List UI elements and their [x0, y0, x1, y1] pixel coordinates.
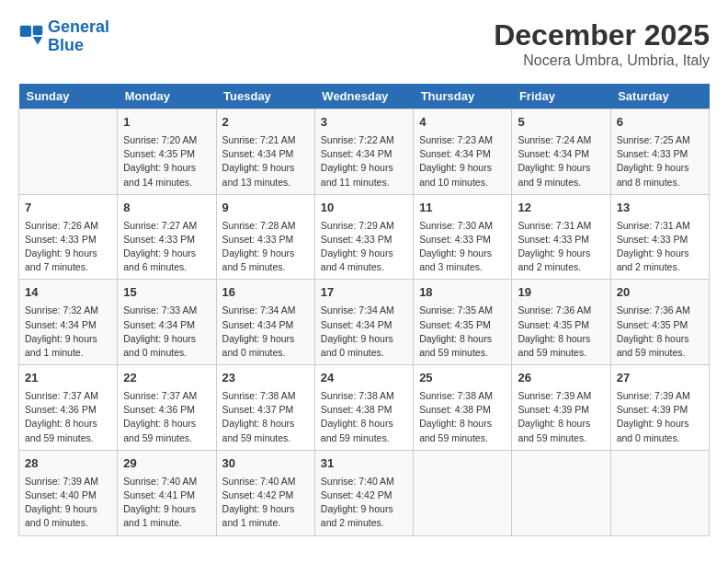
- day-cell: 5Sunrise: 7:24 AMSunset: 4:34 PMDaylight…: [512, 109, 610, 195]
- col-header-tuesday: Tuesday: [216, 84, 314, 109]
- logo-icon: [18, 24, 44, 50]
- day-cell: 30Sunrise: 7:40 AMSunset: 4:42 PMDayligh…: [216, 450, 314, 535]
- day-cell: 23Sunrise: 7:38 AMSunset: 4:37 PMDayligh…: [216, 365, 314, 451]
- day-info: Sunrise: 7:37 AMSunset: 4:36 PMDaylight:…: [123, 389, 210, 445]
- day-info: Sunrise: 7:38 AMSunset: 4:38 PMDaylight:…: [419, 389, 506, 445]
- day-info: Sunrise: 7:22 AMSunset: 4:34 PMDaylight:…: [321, 133, 407, 190]
- day-cell: 9Sunrise: 7:28 AMSunset: 4:33 PMDaylight…: [216, 194, 314, 280]
- day-cell: 8Sunrise: 7:27 AMSunset: 4:33 PMDaylight…: [118, 194, 216, 280]
- day-cell: 14Sunrise: 7:32 AMSunset: 4:34 PMDayligh…: [19, 280, 118, 365]
- day-number: 25: [419, 370, 506, 387]
- week-row-1: 1Sunrise: 7:20 AMSunset: 4:35 PMDaylight…: [19, 109, 710, 195]
- day-info: Sunrise: 7:31 AMSunset: 4:33 PMDaylight:…: [518, 219, 604, 275]
- day-cell: [610, 450, 709, 535]
- day-info: Sunrise: 7:32 AMSunset: 4:34 PMDaylight:…: [25, 304, 111, 360]
- col-header-saturday: Saturday: [610, 84, 709, 109]
- day-info: Sunrise: 7:39 AMSunset: 4:39 PMDaylight:…: [518, 389, 604, 445]
- day-number: 27: [617, 370, 703, 387]
- day-number: 8: [123, 200, 210, 217]
- day-info: Sunrise: 7:38 AMSunset: 4:38 PMDaylight:…: [321, 389, 407, 445]
- day-info: Sunrise: 7:34 AMSunset: 4:34 PMDaylight:…: [222, 304, 309, 360]
- day-number: 15: [123, 284, 210, 302]
- day-info: Sunrise: 7:38 AMSunset: 4:37 PMDaylight:…: [222, 389, 309, 445]
- day-cell: [512, 450, 610, 535]
- day-cell: 27Sunrise: 7:39 AMSunset: 4:39 PMDayligh…: [610, 365, 709, 451]
- day-info: Sunrise: 7:36 AMSunset: 4:35 PMDaylight:…: [518, 304, 604, 360]
- col-header-friday: Friday: [512, 84, 610, 109]
- logo-line1: General: [48, 17, 109, 36]
- col-header-thursday: Thursday: [414, 84, 512, 109]
- logo-line2: Blue: [48, 36, 84, 54]
- day-cell: 29Sunrise: 7:40 AMSunset: 4:41 PMDayligh…: [118, 450, 216, 535]
- day-cell: 2Sunrise: 7:21 AMSunset: 4:34 PMDaylight…: [216, 109, 314, 195]
- day-number: 29: [123, 455, 210, 473]
- day-number: 26: [518, 370, 604, 387]
- day-number: 11: [419, 200, 506, 217]
- day-cell: [414, 450, 512, 535]
- day-number: 19: [518, 284, 604, 302]
- day-cell: 11Sunrise: 7:30 AMSunset: 4:33 PMDayligh…: [414, 194, 512, 280]
- day-info: Sunrise: 7:24 AMSunset: 4:34 PMDaylight:…: [518, 133, 604, 190]
- week-row-2: 7Sunrise: 7:26 AMSunset: 4:33 PMDaylight…: [19, 194, 710, 280]
- day-info: Sunrise: 7:25 AMSunset: 4:33 PMDaylight:…: [617, 133, 703, 190]
- day-number: 4: [419, 114, 506, 132]
- day-info: Sunrise: 7:20 AMSunset: 4:35 PMDaylight:…: [123, 133, 210, 190]
- day-info: Sunrise: 7:26 AMSunset: 4:33 PMDaylight:…: [25, 219, 111, 275]
- day-cell: 13Sunrise: 7:31 AMSunset: 4:33 PMDayligh…: [610, 194, 709, 280]
- title-block: December 2025 Nocera Umbra, Umbria, Ital…: [494, 18, 710, 69]
- day-cell: 6Sunrise: 7:25 AMSunset: 4:33 PMDaylight…: [610, 109, 709, 195]
- day-info: Sunrise: 7:37 AMSunset: 4:36 PMDaylight:…: [25, 389, 111, 445]
- day-info: Sunrise: 7:30 AMSunset: 4:33 PMDaylight:…: [419, 219, 506, 275]
- day-number: 31: [321, 455, 407, 473]
- day-number: 9: [222, 200, 309, 217]
- day-number: 10: [321, 200, 407, 217]
- day-number: 3: [321, 114, 407, 132]
- svg-rect-0: [20, 26, 31, 37]
- day-number: 1: [123, 114, 210, 132]
- day-info: Sunrise: 7:40 AMSunset: 4:41 PMDaylight:…: [123, 475, 210, 531]
- col-header-sunday: Sunday: [19, 84, 118, 109]
- day-info: Sunrise: 7:34 AMSunset: 4:34 PMDaylight:…: [321, 304, 407, 360]
- logo: General Blue: [18, 18, 109, 55]
- day-number: 13: [617, 200, 703, 217]
- day-cell: 26Sunrise: 7:39 AMSunset: 4:39 PMDayligh…: [512, 365, 610, 451]
- day-number: 12: [518, 200, 604, 217]
- day-info: Sunrise: 7:39 AMSunset: 4:40 PMDaylight:…: [25, 475, 111, 531]
- day-cell: 22Sunrise: 7:37 AMSunset: 4:36 PMDayligh…: [118, 365, 216, 451]
- day-number: 18: [419, 284, 506, 302]
- day-cell: 18Sunrise: 7:35 AMSunset: 4:35 PMDayligh…: [414, 280, 512, 365]
- day-cell: 31Sunrise: 7:40 AMSunset: 4:42 PMDayligh…: [314, 450, 413, 535]
- day-cell: 4Sunrise: 7:23 AMSunset: 4:34 PMDaylight…: [414, 109, 512, 195]
- day-cell: 25Sunrise: 7:38 AMSunset: 4:38 PMDayligh…: [414, 365, 512, 451]
- day-number: 5: [518, 114, 604, 132]
- day-info: Sunrise: 7:21 AMSunset: 4:34 PMDaylight:…: [222, 133, 309, 190]
- svg-marker-2: [33, 37, 43, 45]
- day-cell: 24Sunrise: 7:38 AMSunset: 4:38 PMDayligh…: [314, 365, 413, 451]
- day-info: Sunrise: 7:29 AMSunset: 4:33 PMDaylight:…: [321, 219, 407, 275]
- logo-text: General Blue: [48, 18, 109, 55]
- day-number: 22: [123, 370, 210, 387]
- week-row-5: 28Sunrise: 7:39 AMSunset: 4:40 PMDayligh…: [19, 450, 710, 535]
- day-info: Sunrise: 7:39 AMSunset: 4:39 PMDaylight:…: [617, 389, 703, 445]
- day-number: 20: [617, 284, 703, 302]
- day-number: 2: [222, 114, 309, 132]
- day-number: 17: [321, 284, 407, 302]
- location-title: Nocera Umbra, Umbria, Italy: [494, 52, 710, 69]
- week-row-4: 21Sunrise: 7:37 AMSunset: 4:36 PMDayligh…: [19, 365, 710, 451]
- day-cell: 20Sunrise: 7:36 AMSunset: 4:35 PMDayligh…: [610, 280, 709, 365]
- day-cell: 10Sunrise: 7:29 AMSunset: 4:33 PMDayligh…: [314, 194, 413, 280]
- day-info: Sunrise: 7:35 AMSunset: 4:35 PMDaylight:…: [419, 304, 506, 360]
- day-number: 24: [321, 370, 407, 387]
- day-cell: 15Sunrise: 7:33 AMSunset: 4:34 PMDayligh…: [118, 280, 216, 365]
- day-info: Sunrise: 7:40 AMSunset: 4:42 PMDaylight:…: [222, 475, 309, 531]
- col-header-monday: Monday: [118, 84, 216, 109]
- day-number: 6: [617, 114, 703, 132]
- day-info: Sunrise: 7:33 AMSunset: 4:34 PMDaylight:…: [123, 304, 210, 360]
- day-cell: 17Sunrise: 7:34 AMSunset: 4:34 PMDayligh…: [314, 280, 413, 365]
- calendar-table: SundayMondayTuesdayWednesdayThursdayFrid…: [18, 84, 710, 536]
- day-info: Sunrise: 7:23 AMSunset: 4:34 PMDaylight:…: [419, 133, 506, 190]
- day-cell: 7Sunrise: 7:26 AMSunset: 4:33 PMDaylight…: [19, 194, 118, 280]
- day-number: 16: [222, 284, 309, 302]
- day-number: 21: [25, 370, 111, 387]
- day-info: Sunrise: 7:27 AMSunset: 4:33 PMDaylight:…: [123, 219, 210, 275]
